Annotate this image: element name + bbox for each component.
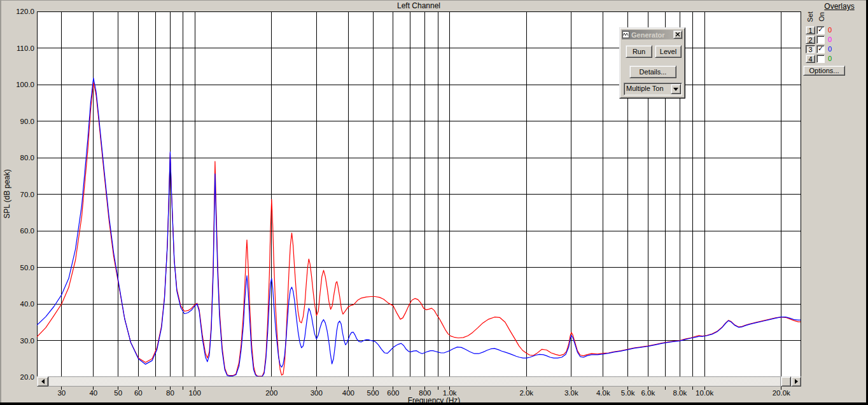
overlay-value-3: 0 bbox=[828, 45, 832, 53]
checkmark-icon: ✓ bbox=[818, 25, 823, 34]
scrollbar-left-arrow[interactable] bbox=[37, 376, 48, 387]
run-button[interactable]: Run bbox=[626, 45, 652, 58]
overlay-set-button-2[interactable]: 2 bbox=[806, 36, 815, 44]
window-edge-top bbox=[0, 0, 868, 1]
overlay-on-checkbox-2[interactable] bbox=[816, 36, 825, 44]
overlay-on-checkbox-3[interactable]: ✓ bbox=[816, 45, 825, 53]
chart-title: Left Channel bbox=[37, 1, 801, 10]
checkmark-icon: ✓ bbox=[818, 45, 823, 53]
overlays-on-column-label: On bbox=[818, 10, 826, 25]
y-tick-label: 40.0 bbox=[20, 300, 34, 308]
y-tick-label: 100.0 bbox=[16, 81, 34, 88]
chevron-down-icon[interactable] bbox=[671, 84, 681, 94]
overlay-on-checkbox-4[interactable] bbox=[816, 55, 825, 63]
overlay-set-button-3[interactable]: 3 bbox=[806, 45, 815, 53]
overlay-on-checkbox-1[interactable]: ✓ bbox=[816, 26, 825, 34]
overlay-set-button-1[interactable]: 1 bbox=[806, 26, 815, 34]
overlay-set-button-4[interactable]: 4 bbox=[806, 55, 815, 63]
y-tick-label: 80.0 bbox=[20, 154, 34, 161]
window-edge-left bbox=[0, 0, 1, 405]
details-button[interactable]: Details... bbox=[629, 65, 676, 78]
window-edge-bottom bbox=[0, 402, 868, 405]
y-tick-label: 50.0 bbox=[20, 264, 34, 271]
generator-titlebar[interactable]: Generator bbox=[622, 30, 683, 39]
overlay-value-4: 0 bbox=[828, 55, 832, 62]
y-tick-label: 90.0 bbox=[20, 118, 34, 125]
generator-waveform-icon bbox=[622, 31, 629, 38]
overlay-value-2: 0 bbox=[828, 36, 832, 43]
generator-dialog-title: Generator bbox=[631, 31, 673, 39]
options-button[interactable]: Options... bbox=[803, 65, 845, 76]
spectrum-chart: 120.0110.0100.090.080.070.060.050.040.03… bbox=[0, 0, 868, 405]
y-tick-label: 120.0 bbox=[16, 8, 34, 15]
y-tick-label: 30.0 bbox=[20, 337, 34, 345]
close-icon[interactable] bbox=[673, 31, 682, 39]
y-axis-label: SPL (dB peak) bbox=[3, 168, 11, 219]
y-tick-label: 20.0 bbox=[20, 373, 34, 381]
level-button[interactable]: Level bbox=[655, 45, 682, 58]
analyzer-window: 120.0110.0100.090.080.070.060.050.040.03… bbox=[0, 0, 868, 405]
signal-type-combobox[interactable]: Multiple Ton bbox=[624, 83, 682, 95]
signal-type-value: Multiple Ton bbox=[624, 83, 670, 95]
y-tick-label: 60.0 bbox=[20, 227, 34, 235]
y-tick-label: 70.0 bbox=[20, 191, 34, 198]
y-tick-label: 110.0 bbox=[17, 45, 34, 52]
overlays-set-column-label: Set bbox=[806, 10, 815, 25]
scrollbar-track[interactable] bbox=[48, 376, 781, 387]
overlay-value-1: 0 bbox=[828, 26, 832, 34]
scrollbar-thumb[interactable] bbox=[781, 376, 791, 387]
scrollbar-right-arrow[interactable] bbox=[791, 376, 801, 387]
generator-dialog: Generator Run Level Details... Multiple … bbox=[619, 27, 685, 99]
arrow-right-icon bbox=[795, 379, 798, 384]
arrow-left-icon bbox=[41, 379, 45, 384]
